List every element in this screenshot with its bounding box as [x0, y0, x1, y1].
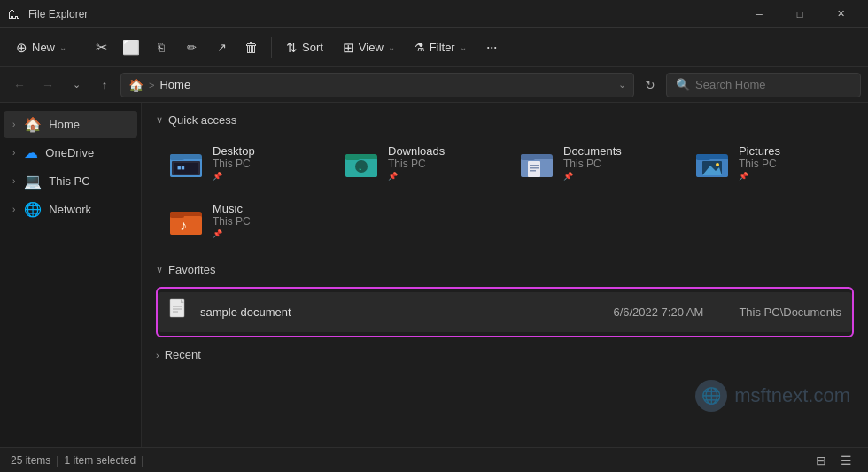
- title-bar: 🗂 File Explorer ─ □ ✕: [0, 0, 868, 28]
- delete-button[interactable]: 🗑: [237, 34, 266, 62]
- status-sep-2: |: [141, 454, 143, 467]
- file-name-sample-doc: sample document: [200, 306, 602, 319]
- list-view-button[interactable]: ☰: [834, 451, 857, 470]
- item-selected: 1 item selected: [64, 454, 136, 467]
- address-chevron[interactable]: ⌄: [618, 79, 626, 90]
- status-bar: 25 items | 1 item selected | ⊟ ☰: [0, 447, 868, 472]
- filter-label: Filter: [430, 41, 455, 54]
- sort-button[interactable]: ⇅ Sort: [277, 34, 332, 62]
- sidebar-thispc-label: This PC: [49, 174, 128, 188]
- home-icon: 🏠: [128, 78, 143, 92]
- quick-access-label: Quick access: [168, 113, 236, 127]
- svg-rect-17: [530, 170, 536, 172]
- home-icon: 🏠: [24, 116, 42, 133]
- paste-button[interactable]: ⎗: [147, 34, 175, 62]
- desktop-icon-wrap: ■■: [168, 147, 204, 179]
- sidebar-item-onedrive[interactable]: › ☁ OneDrive: [4, 139, 137, 166]
- desktop-sub: This PC: [213, 158, 255, 170]
- onedrive-expand-icon: ›: [12, 148, 15, 158]
- sidebar-item-thispc[interactable]: › 💻 This PC: [4, 167, 137, 195]
- svg-rect-14: [528, 161, 540, 177]
- sidebar-onedrive-label: OneDrive: [45, 146, 128, 159]
- search-bar[interactable]: 🔍: [666, 73, 861, 97]
- refresh-button[interactable]: ↻: [638, 73, 663, 97]
- pictures-pin: 📌: [739, 172, 780, 181]
- sidebar-network-label: Network: [49, 203, 128, 216]
- status-sep-1: |: [56, 454, 58, 467]
- favorites-label: Favorites: [168, 263, 215, 276]
- search-icon: 🔍: [676, 78, 690, 91]
- file-row-sample-doc[interactable]: sample document 6/6/2022 7:20 AM This PC…: [158, 292, 852, 332]
- music-name: Music: [213, 202, 251, 215]
- back-button[interactable]: ←: [7, 73, 32, 97]
- new-chevron: ⌄: [59, 43, 66, 52]
- sort-icon: ⇅: [286, 40, 298, 56]
- more-button[interactable]: ···: [477, 34, 506, 62]
- folder-music[interactable]: ♪ Music This PC 📌: [159, 195, 328, 245]
- music-folder-icon: ♪: [168, 205, 204, 236]
- svg-rect-15: [530, 165, 539, 166]
- cut-button[interactable]: ✂: [87, 34, 115, 62]
- documents-name: Documents: [563, 144, 622, 158]
- new-button[interactable]: ⊕ New ⌄: [7, 34, 75, 62]
- rename-button[interactable]: ✏: [177, 34, 205, 62]
- view-button[interactable]: ⊞ View ⌄: [334, 34, 404, 62]
- view-icon: ⊞: [343, 40, 354, 56]
- svg-rect-2: [170, 154, 184, 160]
- toolbar-separator-1: [81, 37, 81, 58]
- music-pin: 📌: [213, 229, 251, 238]
- close-button[interactable]: ✕: [820, 0, 861, 28]
- folder-documents[interactable]: Documents This PC 📌: [510, 137, 678, 188]
- filter-button[interactable]: ⚗ Filter ⌄: [406, 34, 476, 62]
- network-icon: 🌐: [24, 201, 42, 218]
- svg-text:↓: ↓: [358, 161, 363, 172]
- folder-pictures[interactable]: Pictures This PC 📌: [686, 137, 854, 188]
- forward-button[interactable]: →: [35, 73, 60, 97]
- svg-rect-26: [170, 212, 184, 218]
- share-button[interactable]: ↗: [207, 34, 236, 62]
- filter-icon: ⚗: [415, 41, 425, 54]
- downloads-icon-wrap: ↓: [344, 147, 379, 179]
- view-chevron: ⌄: [388, 43, 395, 52]
- favorites-chevron: ∨: [156, 264, 163, 275]
- sort-label: Sort: [302, 41, 323, 54]
- quick-access-grid: ■■ Desktop This PC 📌 ↓: [156, 137, 854, 245]
- favorites-header[interactable]: ∨ Favorites: [156, 263, 854, 276]
- toolbar: ⊕ New ⌄ ✂ ⬜ ⎗ ✏ ↗ 🗑 ⇅ Sort ⊞ View ⌄ ⚗ Fi…: [0, 28, 868, 67]
- sidebar-item-home[interactable]: › 🏠 Home: [4, 111, 137, 138]
- pictures-folder-info: Pictures This PC 📌: [739, 144, 780, 181]
- favorites-box: sample document 6/6/2022 7:20 AM This PC…: [156, 287, 854, 337]
- pictures-folder-icon: [694, 147, 730, 179]
- app-title: File Explorer: [28, 8, 739, 20]
- search-input[interactable]: [695, 78, 851, 91]
- quick-access-header[interactable]: ∨ Quick access: [156, 113, 854, 127]
- downloads-folder-icon: ↓: [344, 147, 379, 179]
- maximize-button[interactable]: □: [779, 0, 820, 28]
- downloads-sub: This PC: [388, 158, 445, 170]
- svg-rect-20: [696, 154, 710, 160]
- new-label: New: [32, 41, 55, 54]
- view-controls: ⊟ ☰: [810, 451, 857, 470]
- documents-folder-icon: [519, 147, 554, 179]
- documents-sub: This PC: [563, 158, 622, 170]
- desktop-pin: 📌: [213, 172, 255, 181]
- favorites-section: ∨ Favorites sample do: [156, 263, 854, 337]
- recent-label: Recent: [165, 348, 201, 361]
- documents-folder-info: Documents This PC 📌: [563, 144, 622, 181]
- svg-text:♪: ♪: [180, 218, 187, 233]
- grid-view-button[interactable]: ⊟: [810, 451, 833, 470]
- copy-button[interactable]: ⬜: [117, 34, 145, 62]
- pictures-sub: This PC: [739, 158, 780, 170]
- minimize-button[interactable]: ─: [739, 0, 779, 28]
- recent-locations-button[interactable]: ⌄: [64, 73, 89, 97]
- recent-chevron: ›: [156, 350, 159, 360]
- document-file-icon: [169, 298, 189, 321]
- address-bar[interactable]: 🏠 > Home ⌄: [120, 73, 634, 97]
- svg-rect-8: [345, 154, 360, 160]
- sidebar-item-network[interactable]: › 🌐 Network: [4, 196, 137, 223]
- up-button[interactable]: ↑: [92, 73, 117, 97]
- folder-downloads[interactable]: ↓ Downloads This PC 📌: [335, 137, 503, 188]
- folder-desktop[interactable]: ■■ Desktop This PC 📌: [159, 137, 328, 188]
- quick-access-chevron: ∨: [156, 114, 163, 126]
- recent-header[interactable]: › Recent: [156, 348, 854, 361]
